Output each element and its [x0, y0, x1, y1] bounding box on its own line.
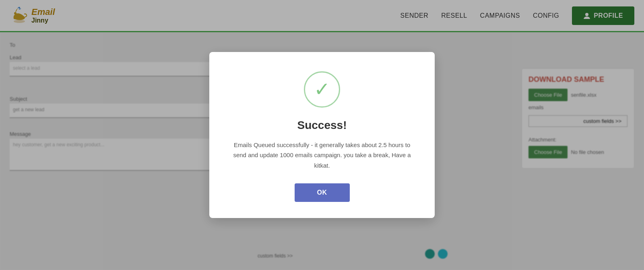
modal-overlay: ✓ Success! Emails Queued successfully - …: [0, 0, 644, 270]
success-circle: ✓: [304, 71, 340, 108]
modal-message: Emails Queued successfully - it generall…: [229, 140, 415, 171]
success-modal: ✓ Success! Emails Queued successfully - …: [209, 52, 435, 218]
ok-button[interactable]: OK: [295, 183, 350, 202]
checkmark-icon: ✓: [314, 80, 330, 99]
modal-title: Success!: [297, 119, 347, 132]
